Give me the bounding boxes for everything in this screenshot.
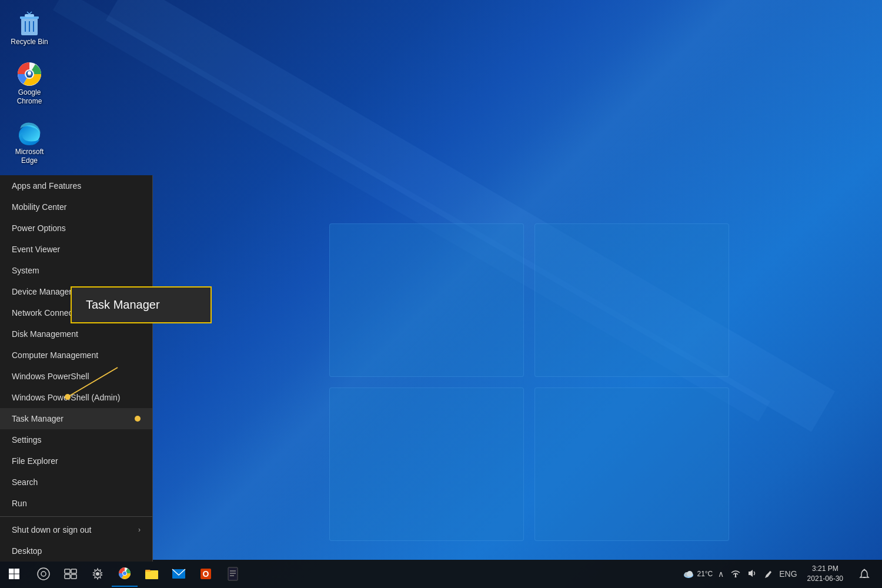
svg-point-14 (28, 71, 31, 75)
svg-rect-18 (9, 569, 14, 574)
svg-rect-20 (9, 574, 14, 580)
task-manager-dot (135, 416, 141, 422)
svg-text:O: O (203, 569, 209, 579)
taskbar-chrome-icon[interactable] (112, 561, 138, 587)
system-tray: 21°C ∧ (683, 561, 882, 587)
svg-rect-21 (15, 574, 20, 580)
tray-clock[interactable]: 3:21 PM 2021-06-30 (803, 564, 848, 584)
menu-item-windows-powershell-admin[interactable]: Windows PowerShell (Admin) (0, 387, 152, 408)
menu-item-desktop[interactable]: Desktop (0, 540, 152, 562)
menu-item-mobility-center[interactable]: Mobility Center (0, 196, 152, 218)
taskbar-file-explorer-icon[interactable] (139, 561, 165, 587)
menu-item-computer-management[interactable]: Computer Management (0, 345, 152, 366)
menu-item-search[interactable]: Search (0, 472, 152, 493)
taskbar-task-view-button[interactable] (58, 561, 83, 587)
tray-expand-icon[interactable]: ∧ (716, 569, 726, 579)
desktop: Recycle Bin (0, 0, 882, 588)
shut-down-arrow-icon: › (138, 526, 141, 534)
tray-pen-icon[interactable] (762, 569, 774, 580)
context-menu: Apps and Features Mobility Center Power … (0, 175, 153, 562)
google-chrome-icon[interactable]: Google Chrome (6, 56, 53, 110)
svg-point-46 (864, 569, 866, 571)
svg-point-23 (41, 572, 46, 576)
menu-item-run[interactable]: Run (0, 493, 152, 514)
svg-point-42 (687, 571, 693, 577)
menu-item-file-explorer[interactable]: File Explorer (0, 450, 152, 472)
svg-point-31 (123, 572, 126, 575)
taskbar: O 21°C (0, 560, 882, 588)
recycle-bin-label: Recycle Bin (11, 38, 48, 47)
menu-divider (0, 516, 152, 517)
menu-item-apps-features[interactable]: Apps and Features (0, 175, 152, 196)
taskbar-settings-icon[interactable] (85, 561, 111, 587)
taskbar-notes-icon[interactable] (220, 561, 246, 587)
windows-logo-decoration (329, 223, 729, 541)
taskbar-office-icon[interactable]: O (193, 561, 219, 587)
recycle-bin-icon[interactable]: Recycle Bin (6, 6, 53, 51)
start-button[interactable] (0, 560, 28, 588)
menu-item-task-manager[interactable]: Task Manager (0, 408, 152, 429)
svg-rect-26 (65, 574, 70, 579)
tray-speaker-icon[interactable] (746, 569, 759, 580)
menu-item-shut-down[interactable]: Shut down or sign out › (0, 519, 152, 540)
menu-item-settings[interactable]: Settings (0, 429, 152, 450)
svg-point-43 (735, 576, 737, 577)
svg-rect-36 (228, 567, 238, 580)
desktop-icons: Recycle Bin (6, 6, 53, 169)
tray-language[interactable]: ENG (777, 569, 799, 579)
menu-item-power-options[interactable]: Power Options (0, 218, 152, 239)
taskbar-search-button[interactable] (31, 561, 56, 587)
menu-item-system[interactable]: System (0, 260, 152, 281)
tray-notification-button[interactable] (851, 561, 877, 587)
menu-item-windows-powershell[interactable]: Windows PowerShell (0, 366, 152, 387)
svg-rect-19 (15, 569, 20, 574)
microsoft-edge-icon[interactable]: Microsoft Edge (6, 116, 53, 169)
tray-weather[interactable]: 21°C (683, 569, 713, 579)
svg-point-22 (38, 568, 49, 580)
taskbar-icons: O (31, 561, 246, 587)
svg-rect-24 (65, 569, 70, 573)
taskbar-mail-icon[interactable] (166, 561, 192, 587)
svg-rect-32 (145, 570, 158, 579)
task-manager-tooltip: Task Manager (71, 286, 212, 323)
menu-item-event-viewer[interactable]: Event Viewer (0, 239, 152, 260)
tray-network-icon[interactable] (729, 569, 742, 579)
svg-rect-27 (71, 574, 76, 579)
microsoft-edge-label: Microsoft Edge (9, 148, 49, 166)
svg-rect-25 (71, 569, 76, 573)
menu-item-disk-management[interactable]: Disk Management (0, 323, 152, 345)
svg-point-28 (96, 572, 99, 576)
google-chrome-label: Google Chrome (9, 88, 49, 106)
